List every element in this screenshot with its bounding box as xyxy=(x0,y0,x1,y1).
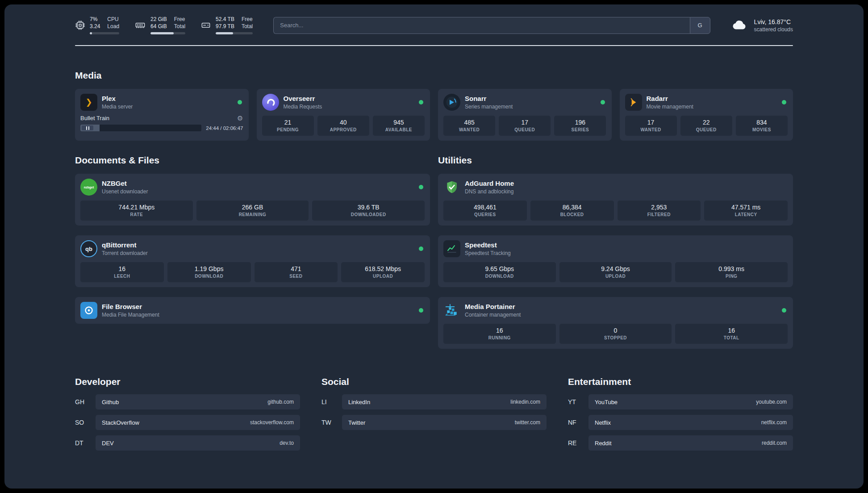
stat-tile: 485 WANTED xyxy=(443,116,495,136)
cpu-widget: 7% CPU 3.24 Load xyxy=(75,16,119,34)
bookmark-group-title: Social xyxy=(321,376,547,387)
playback-time: 24:44 / 02:06:47 xyxy=(206,125,243,131)
bookmark-linkedin[interactable]: LI LinkedIn linkedin.com xyxy=(321,394,547,409)
stat-tile: 9.65 Gbps DOWNLOAD xyxy=(443,262,556,282)
service-name: Radarr xyxy=(647,95,778,103)
memory-widget: 22 GiB Free 64 GiB Total xyxy=(134,16,185,34)
service-card-radarr[interactable]: Radarr Movie management 17 WANTED 22 QUE… xyxy=(620,89,793,141)
service-card-adguard[interactable]: AdGuard Home DNS and adblocking 498,461 … xyxy=(438,174,793,226)
bookmark-name: Twitter xyxy=(348,419,365,426)
search-provider-button[interactable]: G xyxy=(690,17,710,34)
bookmark-reddit[interactable]: RE Reddit reddit.com xyxy=(568,435,793,451)
service-subtitle: Container management xyxy=(465,312,777,318)
weather-widget[interactable]: Lviv, 16.87°C scattered clouds xyxy=(731,18,793,33)
service-card-portainer[interactable]: Media Portainer Container management 16 … xyxy=(438,297,793,349)
disk-free-value: 52.4 TB xyxy=(216,16,234,23)
stat-tile: 39.6 TB DOWNLOADED xyxy=(312,201,425,221)
gear-icon[interactable]: ⚙ xyxy=(237,115,243,121)
bookmark-github[interactable]: GH Github github.com xyxy=(75,394,300,409)
stat-tile: 1.19 Gbps DOWNLOAD xyxy=(167,262,251,282)
stat-tile: 16 RUNNING xyxy=(443,324,556,344)
speedtest-icon xyxy=(443,240,460,257)
stat-tile: 618.52 Mbps UPLOAD xyxy=(341,262,425,282)
topbar-divider xyxy=(75,45,793,46)
stat-tile: 2,953 FILTERED xyxy=(618,201,701,221)
bookmark-url: github.com xyxy=(267,399,294,405)
bookmark-abbr: YT xyxy=(568,398,588,405)
bookmark-url: linkedin.com xyxy=(510,399,540,405)
section-title-media: Media xyxy=(75,70,793,81)
section-documents: Documents & Files nzbget NZBGet Usenet d… xyxy=(75,155,430,324)
bookmark-url: netflix.com xyxy=(761,419,787,426)
disk-total-value: 97.9 TB xyxy=(216,23,234,30)
pause-icon xyxy=(86,126,89,130)
disk-widget: 52.4 TB Free 97.9 TB Total xyxy=(200,16,253,34)
bookmark-name: DEV xyxy=(102,440,114,447)
cpu-usage-label: CPU xyxy=(107,16,119,23)
stat-tile: 86,384 BLOCKED xyxy=(530,201,614,221)
cpu-load-label: Load xyxy=(107,23,119,30)
bookmark-url: dev.to xyxy=(280,440,294,446)
bookmark-group-entertainment: Entertainment YT YouTube youtube.com NF … xyxy=(568,376,793,451)
service-card-sonarr[interactable]: Sonarr Series management 485 WANTED 17 Q… xyxy=(438,89,612,141)
disk-total-label: Total xyxy=(242,23,253,30)
section-utilities: Utilities AdGuard Home xyxy=(438,155,793,349)
bookmark-group-title: Entertainment xyxy=(568,376,793,387)
service-card-plex[interactable]: ❯ Plex Media server Bullet Train ⚙ xyxy=(75,89,249,141)
overseerr-icon xyxy=(262,94,279,111)
qbittorrent-icon: qb xyxy=(80,240,97,257)
service-subtitle: Series management xyxy=(465,104,596,110)
bookmark-youtube[interactable]: YT YouTube youtube.com xyxy=(568,394,793,409)
service-name: Plex xyxy=(102,95,233,103)
service-card-filebrowser[interactable]: File Browser Media File Management xyxy=(75,297,430,324)
bookmark-abbr: NF xyxy=(568,419,588,426)
service-card-overseerr[interactable]: Overseerr Media Requests 21 PENDING 40 A… xyxy=(257,89,430,141)
bookmark-twitter[interactable]: TW Twitter twitter.com xyxy=(321,415,547,430)
cpu-load-value: 3.24 xyxy=(90,23,100,30)
bookmark-stackoverflow[interactable]: SO StackOverflow stackoverflow.com xyxy=(75,415,300,430)
disk-icon xyxy=(200,20,211,30)
section-title-documents: Documents & Files xyxy=(75,155,430,166)
memory-icon xyxy=(134,20,146,30)
filebrowser-icon xyxy=(80,302,97,319)
stat-tile: 16 TOTAL xyxy=(675,324,788,344)
status-indicator xyxy=(419,185,423,189)
service-name: Media Portainer xyxy=(465,303,777,311)
weather-cloud-icon xyxy=(731,19,749,31)
bookmark-group-developer: Developer GH Github github.com SO StackO… xyxy=(75,376,300,451)
service-subtitle: Usenet downloader xyxy=(102,188,414,195)
bookmark-group-social: Social LI LinkedIn linkedin.com TW Twitt… xyxy=(321,376,547,430)
bookmark-netflix[interactable]: NF Netflix netflix.com xyxy=(568,415,793,430)
service-card-qbittorrent[interactable]: qb qBittorrent Torrent downloader 16 LEE… xyxy=(75,235,430,287)
disk-free-label: Free xyxy=(242,16,253,23)
stat-tile: 196 SERIES xyxy=(554,116,606,136)
stat-tile: 40 APPROVED xyxy=(317,116,369,136)
stat-tile: 471 SEED xyxy=(255,262,338,282)
search-input[interactable] xyxy=(273,17,689,34)
service-card-nzbget[interactable]: nzbget NZBGet Usenet downloader 744.21 M… xyxy=(75,174,430,226)
bookmark-name: StackOverflow xyxy=(102,419,139,426)
status-indicator xyxy=(601,100,605,104)
stat-tile: 744.21 Mbps RATE xyxy=(80,201,193,221)
stat-tile: 17 QUEUED xyxy=(499,116,551,136)
service-name: Overseerr xyxy=(284,95,415,103)
pause-button[interactable] xyxy=(82,125,93,130)
service-name: File Browser xyxy=(102,303,414,311)
search-bar: G xyxy=(273,17,710,34)
stat-tile: 266 GB REMAINING xyxy=(196,201,309,221)
status-indicator xyxy=(419,246,423,251)
bookmark-abbr: DT xyxy=(75,439,96,447)
service-subtitle: Media server xyxy=(102,104,233,110)
now-playing-title: Bullet Train xyxy=(80,115,109,121)
service-subtitle: Speedtest Tracking xyxy=(465,250,788,256)
service-name: qBittorrent xyxy=(102,241,414,249)
stat-tile: 21 PENDING xyxy=(262,116,314,136)
bookmark-abbr: TW xyxy=(321,419,342,426)
bookmark-dev[interactable]: DT DEV dev.to xyxy=(75,435,300,451)
playback-progress-bar[interactable] xyxy=(80,125,201,131)
bookmark-url: twitter.com xyxy=(515,419,540,426)
stat-tile: 0.993 ms PING xyxy=(675,262,788,282)
service-card-speedtest[interactable]: Speedtest Speedtest Tracking 9.65 Gbps D… xyxy=(438,235,793,287)
memory-progress-bar xyxy=(150,32,185,34)
memory-total-label: Total xyxy=(174,23,185,30)
